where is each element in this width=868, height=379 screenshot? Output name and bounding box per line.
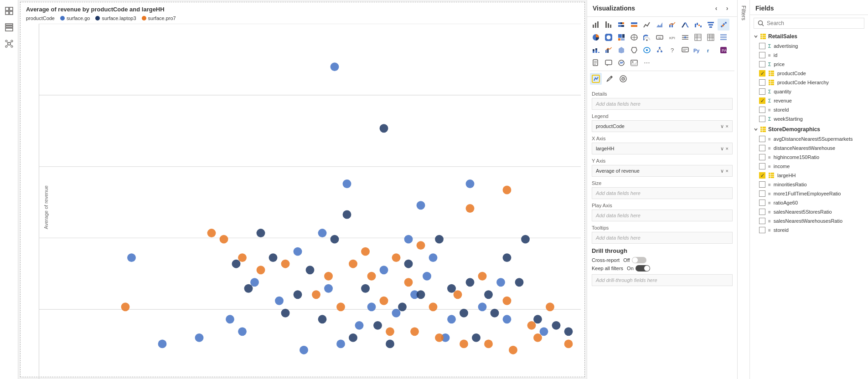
viz-decomp-icon[interactable] xyxy=(654,44,666,56)
field-checkbox-fulltime[interactable] xyxy=(759,190,765,197)
field-item-storeid[interactable]: ≡ storeId xyxy=(750,105,868,114)
viz-tab-analytics[interactable] xyxy=(617,73,629,85)
field-checkbox-storeid[interactable] xyxy=(759,107,765,113)
viz-nav-forward[interactable]: › xyxy=(723,4,732,13)
viz-scatter-icon[interactable] xyxy=(718,19,729,31)
field-item-highincome[interactable]: ≡ highincome150Ratio xyxy=(750,153,868,162)
field-input-yaxis[interactable]: Average of revenue ∨ × xyxy=(592,165,733,177)
field-item-fulltime[interactable]: ≡ more1FullTimeEmployeeRatio xyxy=(750,189,868,198)
field-item-revenue[interactable]: ✓ Σ revenue xyxy=(750,96,868,105)
field-checkbox-price[interactable] xyxy=(759,61,765,67)
field-xaxis-expand[interactable]: ∨ xyxy=(720,146,724,152)
field-yaxis-expand[interactable]: ∨ xyxy=(720,168,724,174)
field-input-details[interactable]: Add data fields here xyxy=(592,98,733,110)
viz-smart-narr-icon[interactable] xyxy=(679,44,691,56)
report-view-icon[interactable] xyxy=(2,4,16,18)
viz-waterfall-icon[interactable] xyxy=(692,19,704,31)
field-item-saleswarehouse[interactable]: ≡ salesNearestWarehousesRatio xyxy=(750,216,868,225)
viz-column-chart-icon[interactable] xyxy=(603,19,615,31)
viz-tab-format[interactable] xyxy=(604,73,615,85)
viz-area-chart-icon[interactable] xyxy=(654,19,666,31)
viz-shape-map-icon[interactable] xyxy=(628,44,640,56)
cross-report-toggle-track[interactable] xyxy=(632,257,646,263)
viz-paginated-icon[interactable] xyxy=(590,57,602,69)
viz-matrix-icon[interactable] xyxy=(705,31,717,43)
viz-kpi-icon[interactable]: KPI xyxy=(666,31,678,43)
viz-nav-back[interactable]: ‹ xyxy=(712,4,721,13)
field-checkbox-highincome[interactable] xyxy=(759,154,765,160)
field-item-minorities[interactable]: ≡ minoritiesRatio xyxy=(750,180,868,189)
field-checkbox-avgdistance[interactable] xyxy=(759,136,765,142)
field-item-avgdistance[interactable]: ≡ avgDistanceNearest5Supermarkets xyxy=(750,134,868,143)
field-item-advertising[interactable]: Σ advertising xyxy=(750,41,868,51)
fields-group-retailsales-header[interactable]: RetailSales xyxy=(750,31,868,41)
viz-stacked-column-icon[interactable] xyxy=(590,44,602,56)
field-checkbox-distancewarehouse[interactable] xyxy=(759,145,765,151)
field-xaxis-close[interactable]: × xyxy=(726,146,728,151)
field-item-price[interactable]: Σ price xyxy=(750,60,868,69)
viz-100pct-bar-icon[interactable] xyxy=(628,19,640,31)
field-input-size[interactable]: Add data fields here xyxy=(592,187,733,199)
cross-report-toggle[interactable]: Off xyxy=(623,257,646,263)
field-input-tooltips[interactable]: Add data fields here xyxy=(592,232,733,244)
viz-table-icon[interactable] xyxy=(692,31,704,43)
keep-filters-toggle-track[interactable] xyxy=(636,265,650,271)
field-yaxis-close[interactable]: × xyxy=(726,168,728,174)
viz-funnel-icon[interactable] xyxy=(705,19,717,31)
viz-bar-chart-icon[interactable] xyxy=(590,19,602,31)
filters-tab[interactable]: Filters xyxy=(737,0,749,379)
field-legend-expand[interactable]: ∨ xyxy=(720,123,724,129)
viz-combo-chart-icon[interactable] xyxy=(666,19,678,31)
field-checkbox-revenue[interactable]: ✓ xyxy=(759,97,765,104)
viz-treemap-icon[interactable] xyxy=(615,31,627,43)
search-box[interactable] xyxy=(754,18,864,29)
field-checkbox-id[interactable] xyxy=(759,52,765,58)
viz-metrics-icon[interactable] xyxy=(615,57,627,69)
field-checkbox-productcode[interactable]: ✓ xyxy=(759,70,765,77)
viz-card-icon[interactable]: 42 xyxy=(654,31,666,43)
field-input-xaxis[interactable]: largeHH ∨ × xyxy=(592,143,733,154)
viz-multirow-icon[interactable] xyxy=(718,31,729,43)
field-checkbox-quantity[interactable] xyxy=(759,88,765,95)
field-item-weekstarting[interactable]: Σ weekStarting xyxy=(750,114,868,123)
field-checkbox-ratioage60[interactable] xyxy=(759,200,765,206)
field-item-id[interactable]: ≡ id xyxy=(750,51,868,60)
viz-line-chart-icon[interactable] xyxy=(641,19,653,31)
viz-map-icon[interactable] xyxy=(628,31,640,43)
field-legend-close[interactable]: × xyxy=(726,123,728,129)
field-item-productcode-hierarchy[interactable]: productCode Hierarchy xyxy=(750,78,868,87)
viz-line-clustered-icon[interactable] xyxy=(603,44,615,56)
viz-donut-icon[interactable] xyxy=(603,31,615,43)
viz-stacked-bar-icon[interactable] xyxy=(615,19,627,31)
model-view-icon[interactable] xyxy=(2,36,16,51)
field-item-sales5stores[interactable]: ≡ salesNearest5StoresRatio xyxy=(750,207,868,216)
field-checkbox-saleswarehouse[interactable] xyxy=(759,218,765,224)
viz-r-icon[interactable]: r xyxy=(705,44,717,56)
field-item-income[interactable]: ≡ income xyxy=(750,162,868,171)
viz-tab-build[interactable] xyxy=(590,73,602,85)
fields-group-storedemographics-header[interactable]: StoreDemographics xyxy=(750,124,868,134)
field-item-ratioage60[interactable]: ≡ ratioAge60 xyxy=(750,198,868,207)
drill-through-field-input[interactable]: Add drill-through fields here xyxy=(592,274,733,286)
search-input[interactable] xyxy=(767,20,860,26)
keep-filters-toggle[interactable]: On xyxy=(627,265,650,271)
field-input-playaxis[interactable]: Add data fields here xyxy=(592,210,733,221)
field-checkbox-productcode-hierarchy[interactable] xyxy=(759,79,765,86)
field-item-largehh[interactable]: ✓ largeHH xyxy=(750,171,868,180)
field-checkbox-minorities[interactable] xyxy=(759,181,765,188)
field-checkbox-advertising[interactable] xyxy=(759,43,765,49)
viz-qna-icon[interactable]: ? xyxy=(666,44,678,56)
field-checkbox-weekstarting[interactable] xyxy=(759,116,765,122)
viz-ribbon-chart-icon[interactable] xyxy=(679,19,691,31)
viz-azure-map-icon[interactable] xyxy=(641,44,653,56)
data-view-icon[interactable] xyxy=(2,20,16,35)
viz-image-icon[interactable] xyxy=(628,57,640,69)
viz-gauge-icon[interactable] xyxy=(641,31,653,43)
field-input-legend[interactable]: productCode ∨ × xyxy=(592,120,733,132)
viz-python-icon[interactable]: Py xyxy=(692,44,704,56)
viz-pie-icon[interactable] xyxy=(590,31,602,43)
viz-chat-icon[interactable] xyxy=(603,57,615,69)
viz-slicer-icon[interactable] xyxy=(679,31,691,43)
field-item-store-storeid[interactable]: ≡ storeid xyxy=(750,225,868,235)
viz-powerapp-icon[interactable]: PA xyxy=(718,44,729,56)
